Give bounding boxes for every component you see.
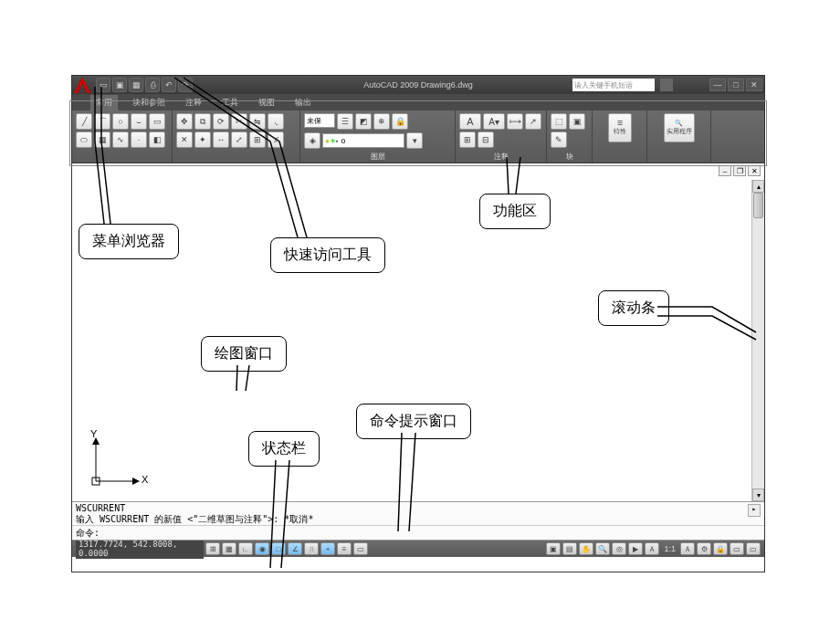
- text-tool-icon[interactable]: A: [459, 113, 481, 130]
- ribbon-panel-utilities: 🔍 实用程序: [647, 110, 711, 163]
- status-bar: 1317.7724, 542.8008, 0.0000 ⊞ ▦ ∟ ◉ □ ∠ …: [72, 541, 764, 557]
- scroll-down-icon[interactable]: ▾: [752, 488, 764, 501]
- window-title: AutoCAD 2009 Drawing6.dwg: [363, 80, 473, 89]
- status-model-icon[interactable]: ▣: [546, 542, 561, 555]
- zoom-icon: 🔍: [675, 120, 683, 127]
- utilities-label: 实用程序: [667, 127, 692, 136]
- properties-label: 特性: [614, 127, 626, 136]
- callout-menu-browser: 菜单浏览器: [79, 224, 179, 259]
- callout-status-bar: 状态栏: [248, 431, 320, 467]
- status-dyn-icon[interactable]: +: [320, 542, 335, 555]
- status-pan-icon[interactable]: ✋: [579, 542, 593, 555]
- status-layout-icon[interactable]: ▤: [562, 542, 577, 555]
- status-annoscale-icon[interactable]: Ａ: [645, 542, 659, 555]
- ribbon-panel-annotation: A A▾ ⟼ ↗ ⊞ ⊟ 注释: [456, 110, 547, 163]
- layer-properties-icon[interactable]: ☰: [337, 113, 353, 130]
- panel-label-utilities: [651, 161, 707, 162]
- layer-combo[interactable]: ●☀▪ 0: [322, 133, 404, 148]
- status-zoom-icon[interactable]: 🔍: [595, 542, 610, 555]
- status-annovis-icon[interactable]: Ａ: [680, 542, 695, 555]
- insert-block-icon[interactable]: ⬚: [551, 113, 567, 130]
- properties-button[interactable]: ☰ 特性: [608, 113, 632, 142]
- block-edit-icon[interactable]: ✎: [551, 131, 567, 148]
- status-lock-icon[interactable]: 🔒: [713, 542, 728, 555]
- layer-combo-value: 0: [341, 137, 345, 145]
- tab-blocks[interactable]: 块和参照: [127, 95, 171, 110]
- callout-qat: 快速访问工具: [270, 237, 385, 273]
- status-clean-icon[interactable]: ▭: [746, 542, 761, 555]
- status-qp-icon[interactable]: ▭: [353, 542, 368, 555]
- ribbon-panel-properties: ☰ 特性: [593, 110, 647, 163]
- search-input[interactable]: 请入关键手机短语: [572, 79, 655, 91]
- cmd-scroll-controls[interactable]: ▸: [748, 504, 761, 517]
- status-ws-icon[interactable]: ⚙: [697, 542, 711, 555]
- doc-restore-button[interactable]: ❐: [733, 165, 746, 176]
- scroll-up-icon[interactable]: ▴: [752, 180, 764, 193]
- search-icon[interactable]: [660, 79, 673, 91]
- scroll-thumb[interactable]: [753, 193, 763, 218]
- status-snap-icon[interactable]: ⊞: [205, 542, 220, 555]
- ribbon-panel-block: ⬚ ▣ ✎ 块: [547, 110, 593, 163]
- status-ducs-icon[interactable]: ⎍: [304, 542, 319, 555]
- minimize-button[interactable]: —: [709, 79, 726, 91]
- mtext-tool-icon[interactable]: A▾: [483, 113, 505, 130]
- command-prompt: 命令:: [76, 527, 100, 540]
- status-hw-icon[interactable]: ▭: [730, 542, 744, 555]
- arc-tool-icon[interactable]: ⌣: [131, 113, 147, 130]
- status-steering-icon[interactable]: ◎: [612, 542, 626, 555]
- dim-style-icon[interactable]: ⊟: [478, 131, 494, 148]
- svg-marker-3: [132, 478, 140, 485]
- panel-label-block: 块: [551, 151, 588, 162]
- layer-iso-icon[interactable]: ◩: [355, 113, 372, 130]
- ucs-icon: Y X: [89, 434, 143, 492]
- doc-window-controls: – ❐ ✕: [719, 165, 761, 176]
- layer-lock-icon[interactable]: 🔒: [392, 113, 408, 130]
- status-lwt-icon[interactable]: ≡: [337, 542, 352, 555]
- ribbon-panel-layers: 未保 ☰ ◩ ❄ 🔒 ◈ ●☀▪ 0 ▾ 图层: [300, 110, 456, 163]
- status-grid-icon[interactable]: ▦: [222, 542, 236, 555]
- leader-tool-icon[interactable]: ↗: [525, 113, 541, 130]
- maximize-button[interactable]: □: [728, 79, 744, 91]
- layer-freeze-icon[interactable]: ❄: [373, 113, 390, 130]
- doc-minimize-button[interactable]: –: [719, 165, 731, 176]
- doc-close-button[interactable]: ✕: [748, 165, 761, 176]
- table-tool-icon[interactable]: ⊞: [459, 131, 476, 148]
- callout-ribbon: 功能区: [479, 194, 551, 229]
- callout-drawing-window: 绘图窗口: [201, 336, 287, 372]
- panel-label-layers: 图层: [304, 151, 451, 162]
- rectangle-tool-icon[interactable]: ▭: [149, 113, 165, 130]
- layer-more-icon[interactable]: ▾: [406, 132, 423, 149]
- panel-label-properties: [596, 161, 643, 162]
- status-ortho-icon[interactable]: ∟: [238, 542, 253, 555]
- qat-print-icon[interactable]: ⎙: [145, 78, 160, 92]
- properties-icon: ☰: [617, 120, 623, 127]
- qat-save-icon[interactable]: ▦: [129, 78, 143, 92]
- status-showmotion-icon[interactable]: ▶: [628, 542, 643, 555]
- dimension-tool-icon[interactable]: ⟼: [507, 113, 523, 130]
- ucs-x-label: X: [142, 474, 148, 485]
- create-block-icon[interactable]: ▣: [569, 113, 585, 130]
- status-coords[interactable]: 1317.7724, 542.8008, 0.0000: [76, 539, 204, 559]
- callout-scrollbar: 滚动条: [598, 290, 669, 326]
- utilities-button[interactable]: 🔍 实用程序: [664, 113, 695, 142]
- window-controls: — □ ✕: [709, 79, 762, 91]
- ucs-y-label: Y: [90, 428, 97, 439]
- close-button[interactable]: ✕: [746, 79, 762, 91]
- status-scale-value[interactable]: 1:1: [664, 544, 676, 553]
- callout-command-window: 命令提示窗口: [356, 404, 471, 439]
- region-tool-icon[interactable]: ◧: [149, 131, 165, 148]
- point-tool-icon[interactable]: ·: [131, 131, 147, 148]
